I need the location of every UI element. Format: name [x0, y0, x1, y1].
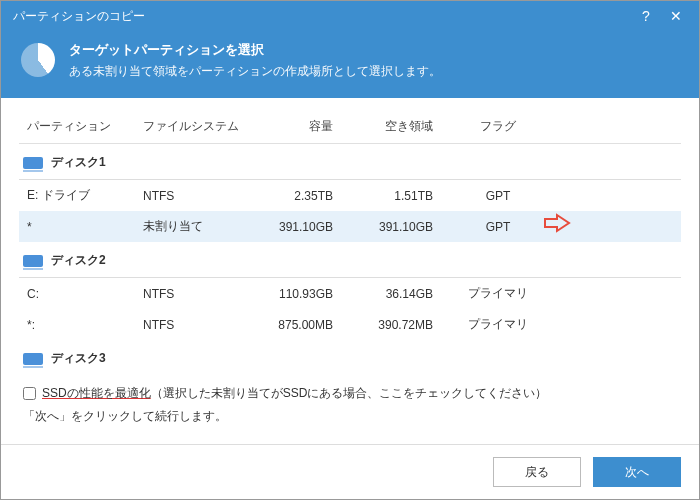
- cell-capacity: 875.00MB: [253, 318, 353, 332]
- cell-flag: プライマリ: [453, 316, 543, 333]
- disk-header: ディスク2: [19, 242, 681, 278]
- cell-free: 390.72MB: [353, 318, 453, 332]
- col-capacity: 容量: [253, 118, 353, 135]
- ssd-label: SSDの性能を最適化（選択した未割り当てがSSDにある場合、ここをチェックしてく…: [42, 382, 547, 405]
- close-icon[interactable]: ✕: [661, 8, 691, 24]
- cell-free: 391.10GB: [353, 220, 453, 234]
- cell-filesystem: 未割り当て: [143, 218, 253, 235]
- help-icon[interactable]: ?: [631, 8, 661, 24]
- cell-capacity: 2.35TB: [253, 189, 353, 203]
- col-free: 空き領域: [353, 118, 453, 135]
- content-area: パーティション ファイルシステム 容量 空き領域 フラグ ディスク1E: ドライ…: [1, 98, 699, 444]
- ssd-optimize-checkbox[interactable]: SSDの性能を最適化（選択した未割り当てがSSDにある場合、ここをチェックしてく…: [23, 382, 677, 405]
- window-title: パーティションのコピー: [13, 8, 631, 25]
- disk-name: ディスク1: [51, 154, 106, 171]
- partition-row[interactable]: E: ドライブNTFS2.35TB1.51TBGPT: [19, 180, 681, 211]
- ssd-label-prefix: SSDの性能を最適化: [42, 386, 151, 400]
- header-subtitle: ある未割り当て領域をパーティションの作成場所として選択します。: [69, 63, 441, 80]
- header-text: ターゲットパーティションを選択 ある未割り当て領域をパーティションの作成場所とし…: [69, 41, 441, 80]
- ssd-label-suffix: （選択した未割り当てがSSDにある場合、ここをチェックしてください）: [151, 386, 548, 400]
- disk-icon: [23, 157, 43, 169]
- header-title: ターゲットパーティションを選択: [69, 41, 441, 59]
- disk-header: ディスク3: [19, 340, 681, 372]
- partition-row[interactable]: *未割り当て391.10GB391.10GBGPT: [19, 211, 681, 242]
- titlebar: パーティションのコピー ? ✕: [1, 1, 699, 31]
- cell-free: 1.51TB: [353, 189, 453, 203]
- col-flag: フラグ: [453, 118, 543, 135]
- pointer-arrow-icon: [543, 213, 573, 236]
- cell-flag: GPT: [453, 220, 543, 234]
- disk-icon: [23, 255, 43, 267]
- hint-text: 「次へ」をクリックして続行します。: [23, 405, 677, 428]
- dialog-window: パーティションのコピー ? ✕ ターゲットパーティションを選択 ある未割り当て領…: [0, 0, 700, 500]
- footer: 戻る 次へ: [1, 444, 699, 499]
- cell-partition: *: [23, 220, 143, 234]
- options-area: SSDの性能を最適化（選択した未割り当てがSSDにある場合、ここをチェックしてく…: [19, 372, 681, 428]
- ssd-checkbox-input[interactable]: [23, 387, 36, 400]
- cell-flag: GPT: [453, 189, 543, 203]
- partition-pie-icon: [21, 43, 55, 77]
- partition-row[interactable]: *:NTFS875.00MB390.72MBプライマリ: [19, 309, 681, 340]
- cell-free: 36.14GB: [353, 287, 453, 301]
- cell-flag: プライマリ: [453, 285, 543, 302]
- wizard-header: ターゲットパーティションを選択 ある未割り当て領域をパーティションの作成場所とし…: [1, 31, 699, 98]
- next-button[interactable]: 次へ: [593, 457, 681, 487]
- disk-name: ディスク3: [51, 350, 106, 367]
- disk-icon: [23, 353, 43, 365]
- cell-filesystem: NTFS: [143, 189, 253, 203]
- disk-name: ディスク2: [51, 252, 106, 269]
- cell-partition: E: ドライブ: [23, 187, 143, 204]
- partition-row[interactable]: C:NTFS110.93GB36.14GBプライマリ: [19, 278, 681, 309]
- disk-header: ディスク1: [19, 144, 681, 180]
- col-filesystem: ファイルシステム: [143, 118, 253, 135]
- column-headers: パーティション ファイルシステム 容量 空き領域 フラグ: [19, 112, 681, 144]
- col-partition: パーティション: [23, 118, 143, 135]
- cell-filesystem: NTFS: [143, 287, 253, 301]
- partition-list[interactable]: パーティション ファイルシステム 容量 空き領域 フラグ ディスク1E: ドライ…: [19, 112, 681, 372]
- cell-filesystem: NTFS: [143, 318, 253, 332]
- cell-capacity: 110.93GB: [253, 287, 353, 301]
- cell-partition: C:: [23, 287, 143, 301]
- cell-capacity: 391.10GB: [253, 220, 353, 234]
- cell-partition: *:: [23, 318, 143, 332]
- back-button[interactable]: 戻る: [493, 457, 581, 487]
